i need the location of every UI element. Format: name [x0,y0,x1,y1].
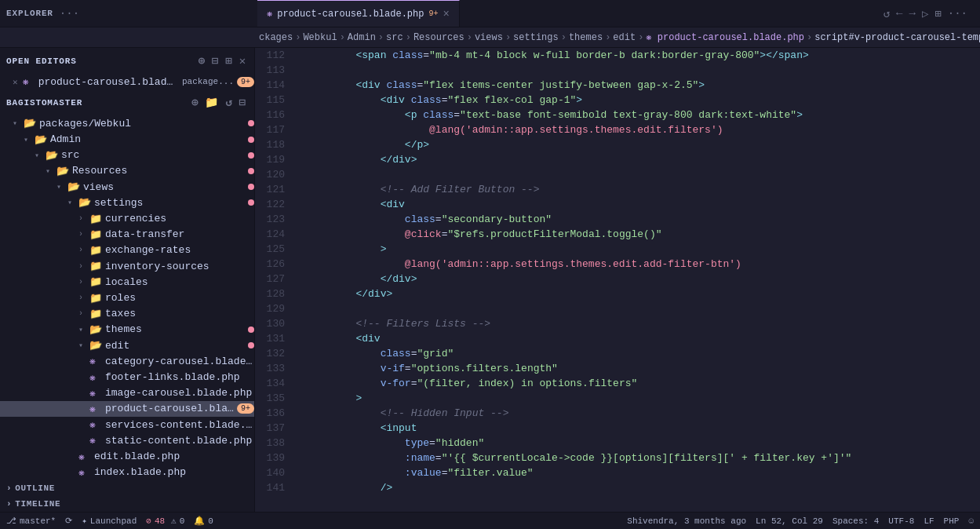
outline-label: OUTLINE [15,483,55,493]
tree-arrow-resources: ▾ [46,166,56,176]
tree-item-exchange-rates[interactable]: › 📁 exchange-rates [0,243,254,258]
open-editors-header[interactable]: OPEN EDITORS ⊕ ⊟ ⊞ ✕ [0,48,254,74]
line-number: 117 [261,122,285,137]
line-number: 139 [261,451,285,465]
tree-item-inventory-sources[interactable]: › 📁 inventory-sources [0,258,254,274]
collapse-all-icon[interactable]: ⊟ [210,53,220,69]
tree-item-data-transfer[interactable]: › 📁 data-transfer [0,227,254,243]
git-blame-label: Shivendra, 3 months ago [627,516,746,526]
tree-item-static-content[interactable]: ❋ static-content.blade.php [0,432,254,448]
breadcrumb-src[interactable]: src [386,32,403,43]
tree-item-taxes[interactable]: › 📁 taxes [0,306,254,322]
feedback-status[interactable]: ☺ [968,516,974,526]
open-editor-filename: product-carousel.blade.php [38,76,179,88]
new-file-action-icon[interactable]: ⊕ [190,94,200,111]
line-number: 118 [261,137,285,152]
code-line: > [307,391,980,406]
tree-label-themes: themes [105,323,245,335]
tree-item-views[interactable]: ▾ 📂 views [0,179,254,195]
tree-item-product-carousel[interactable]: ❋ product-carousel.blade.php 9+ [0,401,254,417]
open-editor-package: package... [182,77,234,86]
position-status[interactable]: Ln 52, Col 29 [756,516,823,526]
code-line: type="hidden" [307,436,980,451]
breadcrumb-webkul[interactable]: Webkul [303,32,337,43]
outline-section[interactable]: › OUTLINE [0,480,254,496]
line-number: 127 [261,272,285,286]
breadcrumb-resources[interactable]: Resources [413,32,464,43]
tree-item-edit[interactable]: ▾ 📂 edit [0,337,254,353]
line-number: 132 [261,346,285,361]
timeline-section[interactable]: › TIMELINE [0,496,254,512]
sync-status[interactable]: ⟳ [65,516,72,526]
tree-item-image-carousel[interactable]: ❋ image-carousel.blade.php [0,385,254,401]
code-line: > [307,242,980,257]
line-number: 124 [261,227,285,242]
code-container[interactable]: 1121131141151161171181191201211221231241… [255,48,980,512]
breadcrumb-symbol[interactable]: script#v-product-carousel-template [814,32,980,43]
tree-item-packages-webkul[interactable]: ▾ 📂 packages/Webkul [0,115,254,131]
spaces-status[interactable]: Spaces: 4 [832,516,879,526]
tree-label-category-carousel: category-carousel.blade.php [105,356,254,367]
code-line: <div [307,197,980,212]
refresh-action-icon[interactable]: ↺ [224,94,234,111]
split-editor-icon[interactable]: ↺ [883,7,890,20]
tree-dot-resources [248,168,254,174]
breadcrumb-file[interactable]: ❋ product-carousel.blade.php [646,31,804,43]
tree-item-currencies[interactable]: › 📁 currencies [0,210,254,226]
navigate-back-icon[interactable]: ← [896,7,902,20]
new-folder-action-icon[interactable]: 📁 [203,94,220,111]
new-file-icon[interactable]: ⊕ [197,53,207,69]
tree-item-admin[interactable]: ▾ 📂 Admin [0,131,254,147]
line-number: 120 [261,167,285,182]
more-actions-icon[interactable]: ··· [948,7,967,20]
tree-label-data-transfer: data-transfer [105,228,254,240]
tree-item-src[interactable]: ▾ 📂 src [0,148,254,163]
line-numbers: 1121131141151161171181191201211221231241… [255,48,294,512]
breadcrumb-ckages[interactable]: ckages [259,32,293,43]
tree-item-edit-blade[interactable]: ❋ edit.blade.php [0,448,254,464]
breadcrumb-settings[interactable]: settings [513,32,559,43]
tree-arrow-currencies: › [78,214,89,223]
tree-arrow-data-transfer: › [78,230,89,239]
branch-status[interactable]: ⎇ master* [6,516,56,526]
tab-close-button[interactable]: × [443,8,449,20]
open-editor-close-icon[interactable]: ✕ [13,77,18,87]
tree-item-locales[interactable]: › 📁 locales [0,274,254,290]
tree-label-taxes: taxes [105,308,254,319]
tree-item-category-carousel[interactable]: ❋ category-carousel.blade.php [0,353,254,369]
tree-item-index-blade[interactable]: ❋ index.blade.php [0,465,254,480]
tree-dot-edit [248,342,254,348]
launchpad-status[interactable]: ✦ Launchpad [82,516,137,526]
breadcrumb-views[interactable]: views [475,32,503,43]
breadcrumb-edit[interactable]: edit [613,32,636,43]
explorer-menu-button[interactable]: ··· [60,7,79,20]
breadcrumb-themes[interactable]: themes [569,32,603,43]
errors-status[interactable]: ⊘ 48 ⚠ 0 [146,516,184,526]
layout-icon[interactable]: ⊞ [934,7,941,20]
open-editor-item[interactable]: ✕ ❋ product-carousel.blade.php package..… [0,74,254,89]
breadcrumb-admin[interactable]: Admin [348,32,376,43]
tree-item-themes[interactable]: ▾ 📂 themes [0,322,254,337]
encoding-status[interactable]: UTF-8 [888,516,914,526]
git-blame-status[interactable]: Shivendra, 3 months ago [627,516,746,526]
bagistomaster-header[interactable]: BAGISTOMASTER ⊕ 📁 ↺ ⊟ [0,89,254,115]
line-ending-status[interactable]: LF [924,516,934,526]
save-all-icon[interactable]: ⊞ [224,53,234,69]
tree-item-resources[interactable]: ▾ 📂 Resources [0,163,254,179]
run-icon[interactable]: ▷ [922,7,928,20]
launchpad-icon: ✦ [82,516,87,526]
navigate-forward-icon[interactable]: → [909,7,916,20]
folder-icon-roles: 📁 [89,292,102,305]
language-status[interactable]: PHP [944,516,960,526]
tree-item-footer-links[interactable]: ❋ footer-links.blade.php [0,369,254,385]
code-line [307,63,980,78]
tree-item-roles[interactable]: › 📁 roles [0,290,254,305]
position-label: Ln 52, Col 29 [756,516,823,526]
collapse-folder-icon[interactable]: ⊟ [238,94,248,111]
active-tab[interactable]: ❋ product-carousel.blade.php 9+ × [257,0,460,27]
tree-item-settings[interactable]: ▾ 📂 settings [0,195,254,210]
notifications-status[interactable]: 🔔 0 [194,516,213,526]
code-lines[interactable]: <span class="mb-4 mt-4 block w-full bord… [294,48,980,512]
close-all-icon[interactable]: ✕ [238,53,248,69]
tree-item-services-content[interactable]: ❋ services-content.blade.php [0,417,254,432]
